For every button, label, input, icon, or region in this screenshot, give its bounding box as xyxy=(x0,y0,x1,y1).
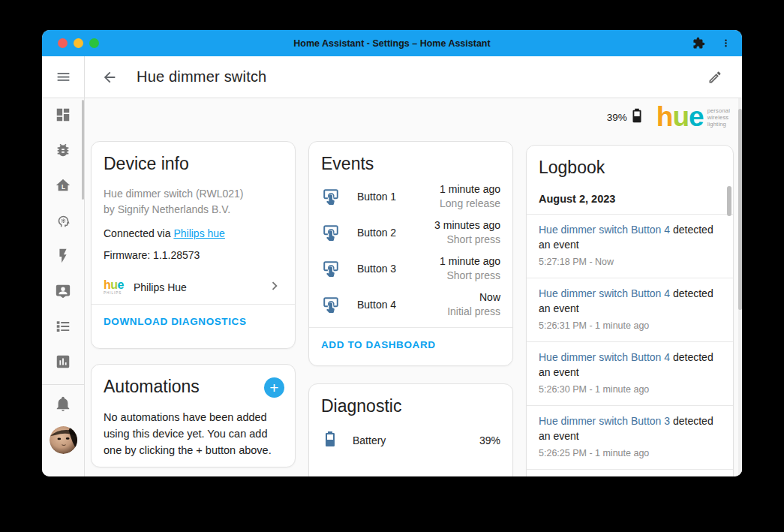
add-to-dashboard-button[interactable]: ADD TO DASHBOARD xyxy=(321,339,436,350)
battery-icon xyxy=(629,107,645,127)
sidebar-item-history[interactable] xyxy=(42,345,84,380)
event-time: 1 minute ago xyxy=(440,182,500,197)
event-row: Button 1 1 minute agoLong release xyxy=(309,179,512,215)
browser-menu-kebab-icon[interactable] xyxy=(720,38,731,49)
logbook-date: August 2, 2023 xyxy=(527,182,733,214)
bug-icon xyxy=(55,142,71,161)
sidebar-item-assist[interactable] xyxy=(42,204,84,239)
sidebar-item-dashboards[interactable] xyxy=(42,98,84,134)
bell-icon xyxy=(55,395,71,415)
add-automation-button[interactable]: + xyxy=(264,377,284,398)
download-diagnostics-button[interactable]: DOWNLOAD DIAGNOSTICS xyxy=(104,316,247,327)
event-time: Now xyxy=(447,290,500,305)
logbook-title: Logbook xyxy=(527,146,733,182)
event-button-label: Button 3 xyxy=(357,263,440,275)
diagnostic-value: 39% xyxy=(479,434,500,446)
sidebar-item-home[interactable]: L xyxy=(42,169,84,204)
extensions-puzzle-icon[interactable] xyxy=(692,37,705,50)
diagnostic-card: Diagnostic Battery 39% xyxy=(308,383,513,476)
events-title: Events xyxy=(309,142,512,179)
event-row: Button 3 1 minute agoShort press xyxy=(309,251,512,287)
logbook-entry: Hue dimmer switch Button 4 detected an e… xyxy=(527,278,733,341)
event-row: Button 4 NowInitial press xyxy=(309,287,512,323)
sidebar-item-energy[interactable] xyxy=(42,239,84,275)
logbook-scrollbar-thumb[interactable] xyxy=(727,186,731,216)
logbook-entry-time: 5:27:18 PM - Now xyxy=(539,254,721,269)
hue-brand-logo: hue personal wireless lighting xyxy=(656,104,730,130)
account-badge-icon xyxy=(55,283,71,302)
sidebar: L xyxy=(42,98,84,476)
hue-logo-tagline: personal wireless lighting xyxy=(707,107,730,128)
automations-title: Automations xyxy=(92,365,212,401)
sidebar-item-todo[interactable] xyxy=(42,310,84,345)
logbook-entity-link[interactable]: Hue dimmer switch Button 4 xyxy=(539,287,670,299)
avatar xyxy=(50,426,77,454)
chart-box-icon xyxy=(55,353,71,373)
sidebar-scrollbar-thumb[interactable] xyxy=(82,100,84,200)
svg-text:L: L xyxy=(62,184,65,191)
chevron-right-icon xyxy=(266,278,283,296)
logbook-entity-link[interactable]: Hue dimmer switch Button 4 xyxy=(539,224,670,236)
content-scrollbar-thumb[interactable] xyxy=(738,109,742,310)
diagnostic-label: Battery xyxy=(353,434,479,446)
logbook-card: Logbook August 2, 2023 Hue dimmer switch… xyxy=(526,145,734,476)
logbook-entry-time: 5:26:31 PM - 1 minute ago xyxy=(539,318,721,333)
sidebar-item-profile[interactable] xyxy=(42,422,84,458)
diagnostic-title: Diagnostic xyxy=(309,384,512,421)
hue-logo-word: hue xyxy=(656,104,704,130)
sidebar-item-people[interactable] xyxy=(42,275,84,310)
integration-name: Philips Hue xyxy=(134,281,266,293)
integration-row[interactable]: hue PHILIPS Philips Hue xyxy=(104,278,283,296)
sidebar-section-divider xyxy=(42,384,84,385)
back-button[interactable] xyxy=(101,69,118,86)
logbook-entry: Hue dimmer switch Button 3 detected xyxy=(527,470,733,476)
event-row: Button 2 3 minutes agoShort press xyxy=(309,215,512,251)
lightning-bolt-icon xyxy=(55,248,71,267)
automations-empty-text: No automations have been added using thi… xyxy=(92,401,295,467)
event-detail: Short press xyxy=(434,233,500,247)
browser-titlebar: Home Assistant - Settings – Home Assista… xyxy=(42,30,742,56)
event-detail: Long release xyxy=(440,197,500,211)
gesture-tap-button-icon xyxy=(321,187,344,206)
device-model: Hue dimmer switch (RWL021) by Signify Ne… xyxy=(104,186,283,218)
device-info-title: Device info xyxy=(92,142,295,179)
logbook-entry-time: 5:26:30 PM - 1 minute ago xyxy=(539,382,721,397)
events-card: Events Button 1 1 minute agoLong release… xyxy=(308,141,513,366)
hue-integration-logo: hue PHILIPS xyxy=(104,280,134,295)
gesture-tap-button-icon xyxy=(321,295,344,314)
connected-via: Connected via Philips hue xyxy=(104,227,283,239)
sidebar-item-notifications[interactable] xyxy=(42,387,84,422)
diagnostic-row: Battery 39% xyxy=(309,421,512,460)
automations-card: Automations + No automations have been a… xyxy=(91,364,296,467)
edit-pencil-icon[interactable] xyxy=(707,70,722,85)
sidebar-item-bug[interactable] xyxy=(42,134,84,169)
event-button-label: Button 4 xyxy=(357,299,447,311)
event-detail: Short press xyxy=(440,269,500,283)
logbook-entry: Hue dimmer switch Button 4 detected an e… xyxy=(527,342,733,405)
logbook-entry-time: 5:26:25 PM - 1 minute ago xyxy=(539,446,721,461)
page-title: Hue dimmer switch xyxy=(137,68,266,86)
gesture-tap-button-icon xyxy=(321,223,344,242)
page-header: Hue dimmer switch xyxy=(42,56,742,98)
main-content: 39% hue personal wireless lighting Devic… xyxy=(85,98,742,476)
sidebar-menu-button[interactable] xyxy=(42,69,84,85)
firmware-version: Firmware: 1.1.28573 xyxy=(104,249,283,261)
event-time: 3 minutes ago xyxy=(434,218,500,233)
logbook-entry: Hue dimmer switch Button 3 detected an e… xyxy=(527,406,733,469)
head-cog-icon xyxy=(55,212,71,232)
logbook-entity-link[interactable]: Hue dimmer switch Button 4 xyxy=(539,351,670,363)
app-window: Home Assistant - Settings – Home Assista… xyxy=(42,30,742,476)
event-button-label: Button 1 xyxy=(357,191,440,203)
device-topbar: 39% hue personal wireless lighting xyxy=(607,104,730,130)
device-info-card: Device info Hue dimmer switch (RWL021) b… xyxy=(91,141,296,349)
logbook-entity-link[interactable]: Hue dimmer switch Button 3 xyxy=(539,415,670,427)
home-icon: L xyxy=(55,177,71,197)
battery-indicator: 39% xyxy=(607,107,645,127)
event-button-label: Button 2 xyxy=(357,227,434,239)
philips-hue-link[interactable]: Philips hue xyxy=(173,227,225,239)
logbook-entry: Hue dimmer switch Button 4 detected an e… xyxy=(527,215,733,278)
battery-40-icon xyxy=(321,430,339,451)
battery-percent: 39% xyxy=(607,112,627,123)
event-detail: Initial press xyxy=(447,305,500,319)
gesture-tap-button-icon xyxy=(321,259,344,278)
